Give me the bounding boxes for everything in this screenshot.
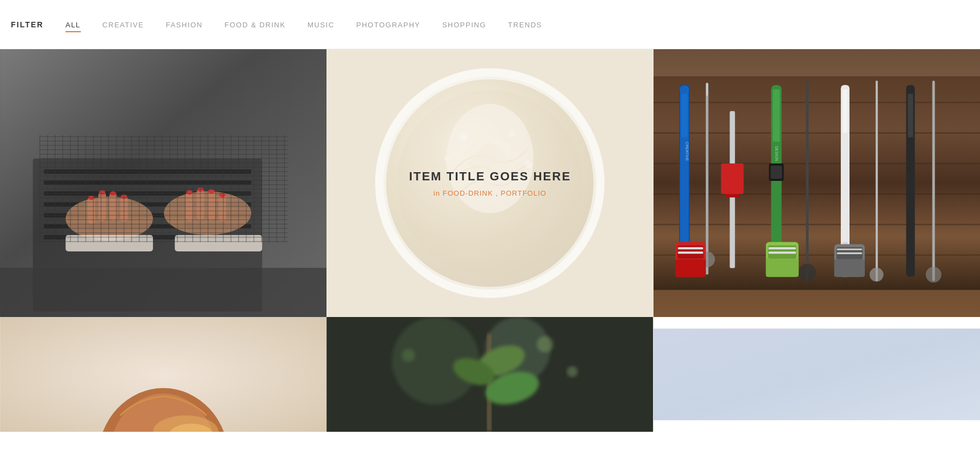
svg-rect-15 [120,196,128,222]
nav-link-shopping[interactable]: SHOPPING [442,21,486,31]
svg-rect-87 [837,249,862,250]
svg-rect-77 [678,247,703,249]
svg-rect-81 [765,259,798,277]
nav-item-fashion[interactable]: FASHION [166,20,203,30]
svg-point-25 [197,187,204,192]
svg-point-64 [798,264,816,281]
svg-rect-62 [770,166,782,179]
nav-link-fashion[interactable]: FASHION [166,21,203,31]
ski-svg: CREATIVE DESIGN [654,49,980,317]
svg-rect-5 [44,191,251,196]
plant-image [326,317,653,432]
nav-item-photography[interactable]: PHOTOGRAPHY [357,20,420,30]
nav-item-food-drink[interactable]: FOOD & DRINK [224,20,286,30]
svg-rect-19 [218,194,226,221]
grid-item-ski[interactable]: CREATIVE DESIGN [654,49,980,317]
svg-point-11 [164,191,251,235]
svg-rect-13 [98,191,106,221]
svg-rect-71 [908,93,913,137]
grid-item-person[interactable] [0,317,326,432]
ski-image: CREATIVE DESIGN [654,49,980,317]
nav-item-trends[interactable]: TRENDS [508,20,542,30]
svg-rect-50 [681,93,687,137]
overlay-cat-food-drink[interactable]: FOOD-DRINK [443,189,493,197]
coffee-overlay: ITEM TITLE GOES HERE in FOOD-DRINK , POR… [326,49,653,317]
svg-rect-29 [66,235,153,251]
svg-rect-68 [876,81,878,281]
svg-point-69 [869,268,883,282]
svg-rect-14 [109,192,117,221]
svg-rect-52 [705,83,708,275]
grid-item-coffee[interactable]: ITEM TITLE GOES HERE in FOOD-DRINK , POR… [326,49,653,317]
svg-rect-66 [842,89,848,133]
svg-rect-59 [773,89,780,142]
svg-rect-6 [44,202,251,207]
filter-nav: ALL CREATIVE FASHION FOOD & DRINK MUSIC … [66,20,542,30]
svg-point-51 [680,86,690,93]
nav-link-music[interactable]: MUSIC [307,21,334,31]
overlay-prefix: in [433,189,443,197]
svg-point-23 [121,195,127,199]
overlay-cat-portfolio[interactable]: PORTFOLIO [501,189,547,197]
nav-link-creative[interactable]: CREATIVE [103,21,144,31]
svg-point-20 [88,196,94,200]
svg-point-24 [186,190,193,195]
svg-rect-88 [837,253,862,254]
svg-point-105 [402,349,415,362]
nav-item-music[interactable]: MUSIC [307,20,334,30]
svg-rect-83 [768,251,795,254]
svg-text:DESIGN: DESIGN [774,146,779,161]
svg-rect-17 [197,189,204,220]
nav-item-all[interactable]: ALL [66,20,81,30]
svg-rect-3 [44,169,251,174]
svg-point-103 [537,336,553,353]
svg-rect-56 [721,163,743,194]
svg-rect-57 [725,194,739,197]
svg-rect-12 [87,197,95,224]
svg-point-26 [208,189,215,193]
nav-link-photography[interactable]: PHOTOGRAPHY [357,21,420,31]
svg-text:CREATIVE: CREATIVE [685,142,689,161]
svg-rect-8 [44,224,251,228]
svg-rect-107 [654,328,980,420]
laptop-image [0,49,326,317]
svg-rect-78 [678,251,703,254]
svg-rect-82 [768,247,795,249]
grid-bottom-row [0,317,980,432]
filter-bar: FILTER ALL CREATIVE FASHION FOOD & DRINK… [0,0,980,49]
overlay-categories: in FOOD-DRINK , PORTFOLIO [433,189,547,197]
person-image [0,317,326,432]
svg-point-21 [99,190,105,195]
light-svg [654,317,980,432]
svg-point-10 [66,197,153,240]
svg-rect-72 [932,81,935,281]
svg-rect-18 [207,190,215,220]
overlay-comma: , [496,189,501,197]
svg-rect-76 [675,260,706,277]
svg-point-22 [110,191,116,196]
laptop-svg [0,49,326,317]
nav-link-food-drink[interactable]: FOOD & DRINK [224,21,286,31]
svg-point-73 [925,267,941,283]
overlay-title: ITEM TITLE GOES HERE [409,169,571,184]
svg-point-104 [567,366,578,377]
nav-item-creative[interactable]: CREATIVE [103,20,144,30]
svg-rect-30 [175,235,262,251]
nav-link-all[interactable]: ALL [66,21,81,32]
svg-rect-28 [0,268,326,317]
filter-label: FILTER [11,20,44,29]
svg-rect-9 [44,235,251,239]
grid-item-light[interactable] [654,317,980,432]
nav-link-trends[interactable]: TRENDS [508,21,542,31]
nav-item-shopping[interactable]: SHOPPING [442,20,486,30]
laptop-placeholder [0,49,326,317]
svg-rect-86 [834,260,865,277]
svg-rect-63 [806,81,809,281]
plant-svg [326,317,653,432]
grid-item-plant[interactable] [326,317,653,432]
svg-rect-7 [44,213,251,218]
grid-item-laptop[interactable] [0,49,326,317]
svg-rect-4 [44,180,251,185]
light-image [654,317,980,432]
grid-top-row: ITEM TITLE GOES HERE in FOOD-DRINK , POR… [0,49,980,317]
